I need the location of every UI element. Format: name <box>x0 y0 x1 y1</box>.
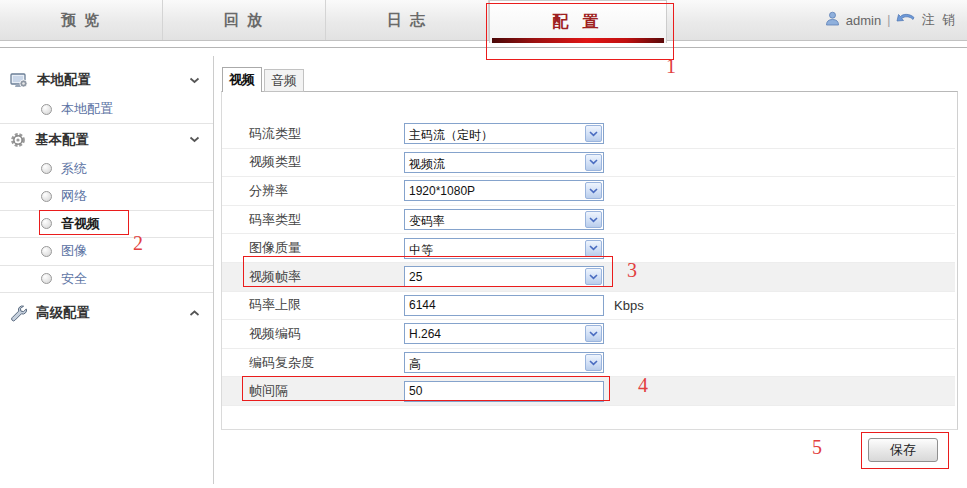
annotation-number-1: 1 <box>666 55 676 78</box>
sidebar-group-label: 高级配置 <box>36 304 90 322</box>
tab-video-label: 视频 <box>229 71 255 89</box>
sidebar-group-label: 本地配置 <box>37 71 91 89</box>
save-button[interactable]: 保存 <box>868 438 938 462</box>
annotation-number-5: 5 <box>812 436 822 459</box>
text-input[interactable] <box>404 381 604 402</box>
bullet-icon <box>41 246 52 257</box>
sidebar-group: 高级配置 <box>0 297 213 329</box>
username: admin <box>846 13 881 28</box>
dropdown-select[interactable]: 中等 <box>404 238 604 259</box>
nav-item-label: 回 放 <box>224 11 264 30</box>
dropdown-select[interactable]: 1920*1080P <box>404 180 604 201</box>
header-divider <box>0 41 967 48</box>
sidebar-item-label: 网络 <box>61 187 87 205</box>
form-row: 码流类型 主码流（定时） <box>222 120 955 149</box>
monitor-gear-icon <box>10 73 28 88</box>
chevron-icon <box>189 77 200 84</box>
sidebar-item[interactable]: 音视频 <box>0 211 213 239</box>
field-label: 视频类型 <box>249 153 404 171</box>
video-settings-panel: 码流类型 主码流（定时） 视频类型 视频流 分辨率 1920*1080P <box>221 91 958 430</box>
separator: | <box>887 13 890 27</box>
sidebar-divider <box>213 56 214 484</box>
bullet-icon <box>41 191 52 202</box>
nav-item-label: 配 置 <box>552 12 603 33</box>
sidebar-item-label: 系统 <box>61 160 87 178</box>
selected-value: 中等 <box>409 242 433 259</box>
active-tab-underline <box>492 38 664 43</box>
selected-value: H.264 <box>409 327 441 341</box>
form-row: 帧间隔 <box>222 377 955 406</box>
sidebar-item[interactable]: 图像 <box>0 238 213 266</box>
sidebar-group-header[interactable]: 高级配置 <box>0 297 213 329</box>
sidebar-group-items: 系统 网络 音视频 图像 安全 <box>0 156 213 294</box>
sidebar-group: 本地配置 本地配置 <box>0 64 213 124</box>
sidebar-group-header[interactable]: 基本配置 <box>0 124 213 156</box>
selected-value: 25 <box>409 270 422 284</box>
form-row: 视频类型 视频流 <box>222 149 955 178</box>
selected-value: 视频流 <box>409 156 445 173</box>
selected-value: 1920*1080P <box>409 184 475 198</box>
dropdown-arrow-icon[interactable] <box>585 154 602 171</box>
form-row: 视频编码 H.264 <box>222 320 955 349</box>
field-label: 码流类型 <box>249 125 404 143</box>
nav-item-2[interactable]: 回 放 <box>163 0 326 40</box>
selected-value: 高 <box>409 356 421 373</box>
dropdown-select[interactable]: 主码流（定时） <box>404 123 604 144</box>
sidebar-item[interactable]: 网络 <box>0 183 213 211</box>
form-row: 码率上限 Kbps <box>222 292 955 321</box>
field-label: 分辨率 <box>249 182 404 200</box>
sidebar-item[interactable]: 安全 <box>0 266 213 294</box>
nav-item-label: 日 志 <box>387 11 427 30</box>
tab-audio[interactable]: 音频 <box>264 69 304 92</box>
bullet-icon <box>41 218 52 229</box>
sidebar-item-label: 图像 <box>61 242 87 260</box>
sidebar-group-header[interactable]: 本地配置 <box>0 64 213 96</box>
sidebar-item-label: 安全 <box>61 270 87 288</box>
dropdown-arrow-icon[interactable] <box>585 240 602 257</box>
form-row: 分辨率 1920*1080P <box>222 177 955 206</box>
dropdown-select[interactable]: 变码率 <box>404 209 604 230</box>
form-rows: 码流类型 主码流（定时） 视频类型 视频流 分辨率 1920*1080P <box>222 92 957 406</box>
bullet-icon <box>41 273 52 284</box>
tab-video[interactable]: 视频 <box>222 67 262 92</box>
nav-item-1[interactable]: 预 览 <box>0 0 163 40</box>
nav-item-label: 预 览 <box>61 11 101 30</box>
chevron-icon <box>189 310 200 317</box>
field-label: 码率上限 <box>249 296 404 314</box>
sidebar-group-items: 本地配置 <box>0 96 213 124</box>
logout-link[interactable]: 注 销 <box>921 11 957 29</box>
field-label: 码率类型 <box>249 211 404 229</box>
dropdown-select[interactable]: H.264 <box>404 323 604 344</box>
field-label: 视频编码 <box>249 325 404 343</box>
unit-label: Kbps <box>614 298 644 313</box>
top-navigation: 预 览 回 放 日 志 配 置 admin | 注 销 <box>0 0 967 41</box>
sidebar-item[interactable]: 本地配置 <box>0 96 213 124</box>
dropdown-arrow-icon[interactable] <box>585 182 602 199</box>
chevron-icon <box>189 136 200 143</box>
form-row: 码率类型 变码率 <box>222 206 955 235</box>
dropdown-select[interactable]: 高 <box>404 352 604 373</box>
form-row: 编码复杂度 高 <box>222 349 955 378</box>
text-input[interactable] <box>404 295 604 316</box>
dropdown-select[interactable]: 视频流 <box>404 152 604 173</box>
dropdown-arrow-icon[interactable] <box>585 125 602 142</box>
gear-icon <box>10 132 26 148</box>
dropdown-arrow-icon[interactable] <box>585 354 602 371</box>
dropdown-select[interactable]: 25 <box>404 266 604 287</box>
dropdown-arrow-icon[interactable] <box>585 211 602 228</box>
field-label: 视频帧率 <box>249 268 404 286</box>
form-row: 图像质量 中等 <box>222 234 955 263</box>
sidebar-item[interactable]: 系统 <box>0 156 213 184</box>
sidebar: 本地配置 本地配置 <box>0 48 213 329</box>
nav-item-3[interactable]: 日 志 <box>326 0 489 40</box>
bullet-icon <box>41 104 52 115</box>
dropdown-arrow-icon[interactable] <box>585 268 602 285</box>
sidebar-item-label: 音视频 <box>61 215 100 233</box>
tab-audio-label: 音频 <box>271 72 297 90</box>
sidebar-item-label: 本地配置 <box>61 100 113 118</box>
nav-item-4[interactable]: 配 置 <box>489 0 667 43</box>
dropdown-arrow-icon[interactable] <box>585 325 602 342</box>
logout-arrow-icon[interactable] <box>896 11 915 29</box>
field-label: 帧间隔 <box>249 382 404 400</box>
sidebar-group-label: 基本配置 <box>35 131 89 149</box>
